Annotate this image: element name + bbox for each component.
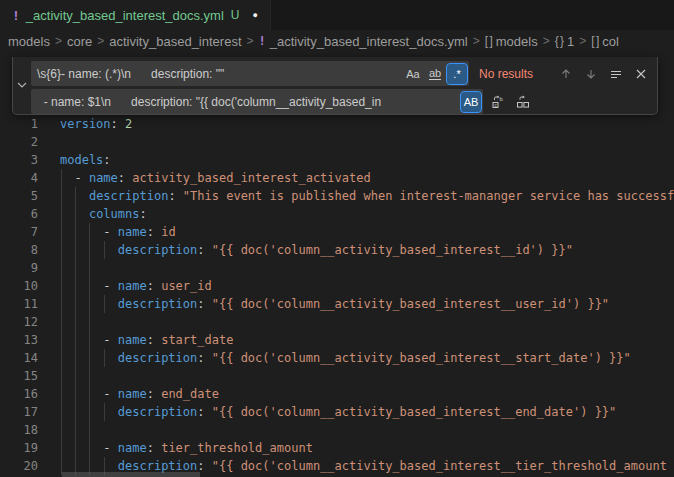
tab-filename: _activity_based_interest_docs.yml <box>26 8 224 23</box>
indent-guide <box>104 241 105 259</box>
breadcrumb-label: activity_based_interest <box>109 34 241 49</box>
breadcrumb-separator-icon: > <box>579 34 586 48</box>
breadcrumb-label: core <box>67 34 92 49</box>
array-symbol-icon: [ ] <box>591 34 598 48</box>
svg-text:b: b <box>500 96 504 102</box>
breadcrumb-separator-icon: > <box>55 34 62 48</box>
code-line[interactable] <box>0 421 60 439</box>
breadcrumb-item[interactable]: [ ]models <box>485 34 538 49</box>
find-replace-widget: \s{6}- name: (.*)\n description: "" Aa a… <box>12 57 658 115</box>
find-input[interactable]: \s{6}- name: (.*)\n description: "" Aa a… <box>31 61 469 86</box>
breadcrumb-separator-icon: > <box>473 34 480 48</box>
code-line[interactable] <box>0 259 60 277</box>
code-line[interactable]: description: "{{ doc('column__activity_b… <box>0 403 616 421</box>
breadcrumb-item[interactable]: core <box>67 34 92 49</box>
code-line[interactable]: columns: <box>0 205 147 223</box>
code-line[interactable]: - name: id <box>0 223 176 241</box>
indent-guide <box>61 169 62 475</box>
regex-button[interactable]: .* <box>447 64 467 84</box>
replace-input-value[interactable]: - name: $1\n description: "{{ doc('colum… <box>31 95 461 109</box>
yaml-file-icon: ! <box>12 8 20 23</box>
code-line[interactable]: models: <box>0 151 111 169</box>
previous-match-button[interactable] <box>556 64 576 84</box>
breadcrumb-item[interactable]: [ ]col <box>591 34 619 49</box>
breadcrumb-label: col <box>602 34 619 49</box>
code-line[interactable]: - name: end_date <box>0 385 219 403</box>
selection-icon <box>609 67 623 81</box>
breadcrumb-item[interactable]: { }1 <box>555 34 575 49</box>
breadcrumb-label: _activity_based_interest_docs.yml <box>270 34 468 49</box>
breadcrumb-item[interactable]: !_activity_based_interest_docs.yml <box>259 34 468 49</box>
arrow-up-icon <box>559 67 573 81</box>
object-symbol-icon: { } <box>555 34 563 48</box>
breadcrumb-item[interactable]: activity_based_interest <box>109 34 241 49</box>
svg-text:c: c <box>494 101 497 107</box>
breadcrumb-item[interactable]: models <box>8 34 50 49</box>
indent-guide <box>104 349 105 367</box>
array-symbol-icon: [ ] <box>485 34 492 48</box>
code-line[interactable]: description: "{{ doc('column__activity_b… <box>0 241 573 259</box>
breadcrumb-label: 1 <box>567 34 574 49</box>
git-untracked-badge: U <box>231 8 240 22</box>
find-in-selection-button[interactable] <box>606 64 626 84</box>
code-line[interactable] <box>0 367 60 385</box>
breadcrumb-label: models <box>8 34 50 49</box>
close-icon <box>635 68 647 80</box>
replace-button[interactable]: b c <box>488 92 508 112</box>
yaml-symbol-icon: ! <box>259 34 266 48</box>
code-line[interactable] <box>0 313 60 331</box>
editor[interactable]: \s{6}- name: (.*)\n description: "" Aa a… <box>0 52 674 477</box>
breadcrumb-separator-icon: > <box>97 34 104 48</box>
whole-word-button[interactable]: ab <box>425 64 445 84</box>
breadcrumb-separator-icon: > <box>543 34 550 48</box>
indent-guide <box>104 403 105 421</box>
tab-bar: ! _activity_based_interest_docs.yml U ● <box>0 0 674 30</box>
next-match-button[interactable] <box>581 64 601 84</box>
indent-guide <box>75 187 76 475</box>
unsaved-dot-icon[interactable]: ● <box>253 10 258 20</box>
replace-all-button[interactable] <box>513 92 533 112</box>
indent-guide <box>89 223 90 475</box>
find-input-value[interactable]: \s{6}- name: (.*)\n description: "" <box>31 67 403 81</box>
breadcrumb: models>core>activity_based_interest>!_ac… <box>0 30 674 52</box>
tab-active-file[interactable]: ! _activity_based_interest_docs.yml U ● <box>0 0 271 30</box>
breadcrumb-separator-icon: > <box>247 34 254 48</box>
code-line[interactable]: - name: user_id <box>0 277 212 295</box>
replace-all-icon <box>515 94 531 110</box>
indent-guide <box>104 295 105 313</box>
code-line[interactable]: description: "{{ doc('column__activity_b… <box>0 349 631 367</box>
replace-icon: b c <box>490 94 506 110</box>
preserve-case-button[interactable]: AB <box>461 92 481 112</box>
replace-input[interactable]: - name: $1\n description: "{{ doc('colum… <box>31 89 483 114</box>
code-line[interactable]: - name: activity_based_interest_activate… <box>0 169 371 187</box>
replace-row: - name: $1\n description: "{{ doc('colum… <box>31 89 651 114</box>
code-line[interactable] <box>0 133 60 151</box>
breadcrumb-label: models <box>496 34 538 49</box>
match-case-button[interactable]: Aa <box>403 64 423 84</box>
arrow-down-icon <box>584 67 598 81</box>
horizontal-scrollbar[interactable] <box>62 472 200 477</box>
find-results-count: No results <box>479 67 533 81</box>
close-find-button[interactable] <box>631 64 651 84</box>
code-line[interactable]: description: "This event is published wh… <box>0 187 674 205</box>
code-line[interactable]: description: "{{ doc('column__activity_b… <box>0 295 609 313</box>
code-line[interactable]: - name: start_date <box>0 331 233 349</box>
code-line[interactable]: - name: tier_threshold_amount <box>0 439 313 457</box>
find-row: \s{6}- name: (.*)\n description: "" Aa a… <box>31 61 651 86</box>
toggle-replace-button[interactable] <box>13 57 31 114</box>
chevron-down-icon <box>16 77 28 95</box>
code-line[interactable]: version: 2 <box>0 115 132 133</box>
